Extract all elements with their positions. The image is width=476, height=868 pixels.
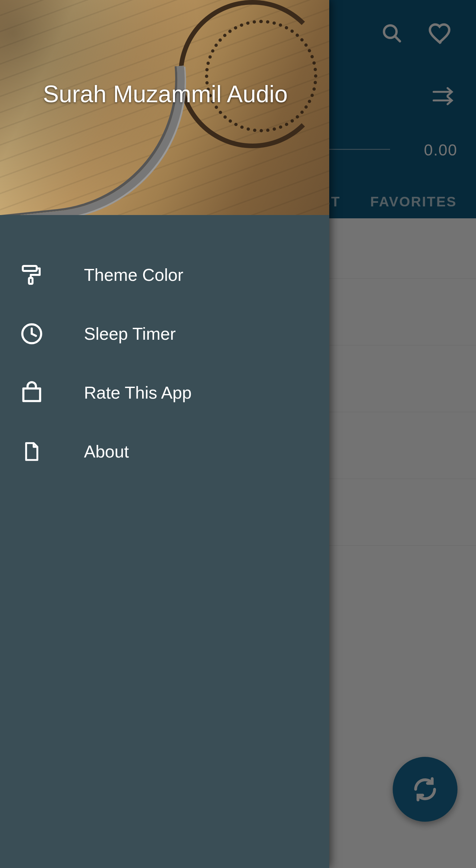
app-root: 0.00 ST FAVORITES Surah Muzammil Audio bbox=[0, 0, 476, 868]
drawer-menu: Theme Color Sleep Timer bbox=[0, 215, 329, 481]
drawer-item-label: Rate This App bbox=[84, 383, 192, 403]
drawer-item-theme-color[interactable]: Theme Color bbox=[0, 245, 329, 304]
svg-rect-5 bbox=[29, 278, 33, 284]
bag-icon bbox=[19, 379, 45, 406]
roller-brush-icon bbox=[19, 262, 45, 288]
drawer-item-label: Sleep Timer bbox=[84, 324, 175, 344]
drawer-item-label: About bbox=[84, 442, 129, 461]
drawer-header: Surah Muzammil Audio bbox=[0, 0, 329, 215]
svg-rect-9 bbox=[24, 389, 40, 401]
drawer-title: Surah Muzammil Audio bbox=[43, 81, 287, 107]
drawer-item-label: Theme Color bbox=[84, 265, 183, 285]
drawer-item-about[interactable]: About bbox=[0, 422, 329, 481]
navigation-drawer: Surah Muzammil Audio Theme Color bbox=[0, 0, 329, 868]
file-icon bbox=[19, 438, 45, 465]
svg-rect-4 bbox=[23, 266, 37, 271]
svg-line-8 bbox=[32, 334, 36, 336]
drawer-item-rate-app[interactable]: Rate This App bbox=[0, 363, 329, 422]
clock-icon bbox=[19, 320, 45, 347]
drawer-item-sleep-timer[interactable]: Sleep Timer bbox=[0, 304, 329, 363]
